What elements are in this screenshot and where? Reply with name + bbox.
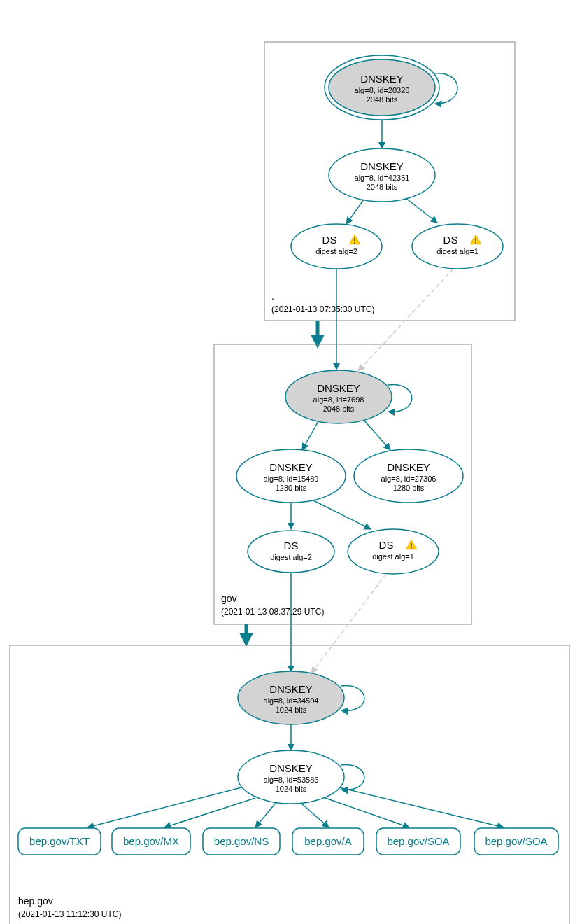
node-sub: alg=8, id=15489	[264, 475, 319, 483]
node-gov-ds2: DS digest alg=2	[248, 531, 334, 573]
node-title: DS	[379, 539, 394, 551]
zone-label-gov: gov	[221, 593, 237, 604]
edge	[364, 420, 390, 450]
node-title: DS	[322, 234, 337, 246]
node-title: DS	[284, 540, 299, 552]
zone-label-root: .	[271, 290, 274, 302]
zone-timestamp-gov: (2021-01-13 08:37:29 UTC)	[221, 607, 324, 617]
edge	[301, 803, 329, 827]
node-gov-ksk: DNSKEY alg=8, id=7698 2048 bits	[285, 370, 392, 424]
node-sub: alg=8, id=42351	[355, 174, 410, 182]
edge	[346, 200, 364, 224]
node-root-ds2: DS ! digest alg=2	[291, 224, 382, 269]
node-bep-ksk: DNSKEY alg=8, id=34504 1024 bits	[238, 671, 344, 724]
node-sub: 2048 bits	[367, 95, 398, 104]
rr-label: bep.gov/SOA	[485, 835, 547, 847]
node-sub: 1280 bits	[393, 484, 425, 492]
node-gov-ds1: DS ! digest alg=1	[348, 529, 439, 574]
rr-ns: bep.gov/NS	[203, 828, 280, 855]
node-sub: 2048 bits	[367, 183, 398, 191]
node-gov-zsk2: DNSKEY alg=8, id=27306 1280 bits	[354, 449, 463, 503]
node-root-ksk: DNSKEY alg=8, id=20326 2048 bits	[325, 55, 439, 120]
svg-text:!: !	[353, 237, 355, 245]
node-sub: 1024 bits	[276, 706, 307, 714]
node-sub: alg=8, id=7698	[313, 396, 364, 404]
rr-a: bep.gov/A	[292, 828, 364, 855]
edge-dashed	[311, 574, 386, 673]
node-root-ds1: DS ! digest alg=1	[412, 224, 503, 269]
node-sub: digest alg=2	[270, 553, 312, 561]
rr-label: bep.gov/TXT	[29, 835, 90, 847]
rr-mx: bep.gov/MX	[112, 828, 190, 855]
node-title: DNSKEY	[269, 762, 313, 774]
svg-point-13	[348, 529, 439, 574]
svg-point-6	[412, 224, 503, 269]
node-title: DS	[443, 234, 458, 246]
rr-label: bep.gov/NS	[214, 835, 269, 847]
node-sub: alg=8, id=27306	[381, 475, 436, 483]
node-sub: alg=8, id=53586	[264, 776, 319, 784]
rr-txt: bep.gov/TXT	[18, 828, 101, 855]
edge	[87, 788, 241, 827]
node-sub: 2048 bits	[323, 405, 355, 413]
node-bep-zsk: DNSKEY alg=8, id=53586 1024 bits	[238, 750, 344, 804]
zone-timestamp-bep: (2021-01-13 11:12:30 UTC)	[18, 909, 121, 919]
node-title: DNSKEY	[360, 73, 404, 85]
node-title: DNSKEY	[360, 160, 404, 172]
node-sub: 1280 bits	[276, 484, 307, 492]
zone-timestamp-root: (2021-01-13 07:35:30 UTC)	[271, 304, 374, 314]
edge	[255, 802, 276, 827]
rr-label: bep.gov/SOA	[387, 835, 449, 847]
svg-point-12	[248, 531, 334, 573]
zone-label-bep: bep.gov	[18, 895, 53, 906]
node-sub: alg=8, id=20326	[355, 86, 410, 94]
edge	[302, 421, 318, 450]
node-sub: digest alg=2	[315, 247, 357, 255]
node-title: DNSKEY	[387, 461, 430, 473]
node-title: DNSKEY	[269, 683, 313, 695]
node-sub: digest alg=1	[436, 247, 478, 255]
node-sub: digest alg=1	[372, 552, 414, 561]
node-sub: 1024 bits	[276, 785, 307, 793]
node-sub: alg=8, id=34504	[264, 696, 319, 705]
node-root-zsk: DNSKEY alg=8, id=42351 2048 bits	[329, 148, 435, 202]
svg-text:!: !	[474, 237, 476, 245]
rr-label: bep.gov/A	[304, 835, 352, 847]
edge	[164, 798, 255, 827]
edge	[406, 198, 437, 223]
svg-point-3	[291, 224, 382, 269]
rr-soa2: bep.gov/SOA	[474, 828, 558, 855]
rr-soa1: bep.gov/SOA	[376, 828, 460, 855]
edge-dashed	[358, 269, 453, 371]
svg-text:!: !	[410, 542, 412, 550]
edge	[325, 798, 409, 827]
edge	[339, 788, 504, 827]
node-title: DNSKEY	[317, 382, 360, 394]
node-title: DNSKEY	[269, 461, 313, 473]
node-gov-zsk1: DNSKEY alg=8, id=15489 1280 bits	[236, 449, 346, 503]
edge	[313, 500, 371, 529]
rr-label: bep.gov/MX	[123, 835, 179, 847]
